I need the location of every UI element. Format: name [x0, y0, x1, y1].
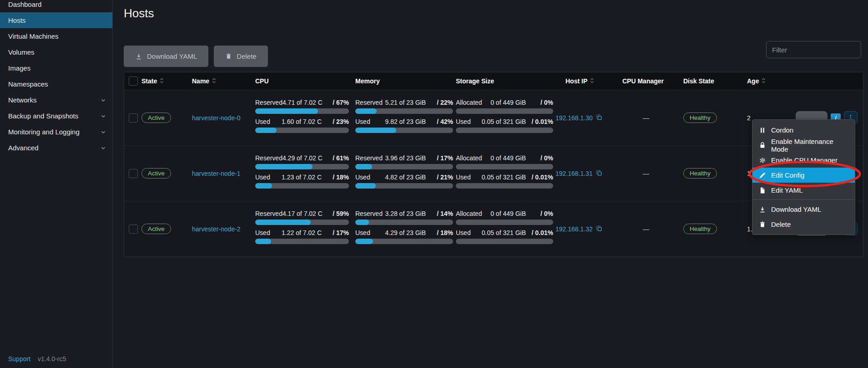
- column-header-cpu: CPU: [255, 77, 355, 85]
- chevron-down-icon: [101, 129, 106, 135]
- trash-icon: [225, 53, 232, 60]
- menu-item-enable-maintenance-mode[interactable]: Enable Maintenance Mode: [752, 138, 855, 153]
- download-yaml-button[interactable]: Download YAML: [124, 46, 208, 67]
- sidebar-item-virtual-machines[interactable]: Virtual Machines: [0, 28, 112, 44]
- menu-item-label: Enable CPU Manager: [771, 156, 838, 164]
- cpu-used-bar: [255, 239, 349, 244]
- menu-separator: [752, 199, 855, 200]
- column-header-memory: Memory: [355, 77, 456, 85]
- cpu-reserved-label: Reserved: [255, 154, 283, 162]
- row-checkbox[interactable]: [129, 169, 138, 178]
- storage-used-label: Used: [456, 229, 471, 236]
- column-header-state[interactable]: State: [141, 77, 192, 85]
- context-menu: Cordon Enable Maintenance Mode Enable CP…: [752, 119, 855, 235]
- memory-used-bar: [355, 183, 453, 189]
- memory-used-value: 9.82 of 23 GiB: [370, 118, 426, 125]
- row-checkbox[interactable]: [129, 225, 138, 234]
- storage-allocated-percent: / 0%: [528, 99, 553, 106]
- menu-item-label: Edit YAML: [771, 186, 802, 194]
- memory-reserved-label: Reserved: [355, 210, 383, 217]
- memory-reserved-value: 3.28 of 23 GiB: [383, 210, 426, 217]
- cpu-reserved-value: 4.29 of 7.02 C: [283, 154, 323, 162]
- select-all-checkbox[interactable]: [129, 77, 138, 86]
- sort-icon: [590, 77, 594, 85]
- memory-used-percent: / 18%: [428, 229, 453, 236]
- sidebar-item-label: Namespaces: [8, 80, 48, 88]
- cpu-reserved-bar: [255, 108, 349, 114]
- storage-used-percent: / 0.01%: [528, 174, 553, 181]
- sidebar-item-hosts[interactable]: Hosts: [0, 12, 112, 28]
- storage-cell: Allocated0 of 449 GiB/ 0% Used0.05 of 32…: [456, 210, 555, 248]
- cpu-used-label: Used: [255, 229, 270, 236]
- storage-allocated-value: 0 of 449 GiB: [482, 210, 526, 217]
- cpu-cell: Reserved4.71 of 7.02 C/ 67% Used1.60 of …: [255, 99, 355, 137]
- menu-item-edit-yaml[interactable]: Edit YAML: [752, 183, 855, 198]
- support-link[interactable]: Support: [8, 355, 30, 363]
- menu-item-label: Edit Config: [771, 171, 804, 179]
- filter-input[interactable]: [766, 41, 861, 58]
- column-header-name[interactable]: Name: [192, 77, 255, 85]
- sidebar-item-monitoring-and-logging[interactable]: Monitoring and Logging: [0, 124, 112, 140]
- menu-item-delete[interactable]: Delete: [752, 217, 855, 232]
- cpu-used-bar: [255, 128, 349, 133]
- disk-state-badge: Healthy: [683, 112, 717, 123]
- sidebar-item-backup-and-snapshots[interactable]: Backup and Snapshots: [0, 108, 112, 124]
- copy-icon[interactable]: [595, 169, 602, 178]
- cpu-cell: Reserved4.17 of 7.02 C/ 59% Used1.22 of …: [255, 210, 355, 248]
- cpu-used-label: Used: [255, 118, 270, 125]
- memory-reserved-value: 5.21 of 23 GiB: [383, 99, 426, 106]
- storage-cell: Allocated0 of 449 GiB/ 0% Used0.05 of 32…: [456, 99, 555, 137]
- cpu-reserved-label: Reserved: [255, 99, 283, 106]
- memory-used-percent: / 21%: [428, 174, 453, 181]
- cpu-reserved-percent: / 67%: [324, 99, 349, 106]
- sort-icon: [212, 77, 216, 85]
- memory-used-bar: [355, 239, 453, 244]
- memory-used-bar: [355, 128, 453, 133]
- host-name-link[interactable]: harvester-node-0: [192, 114, 241, 122]
- column-header-age[interactable]: Age: [747, 77, 774, 85]
- sidebar-item-namespaces[interactable]: Namespaces: [0, 76, 112, 92]
- page-title: Hosts: [124, 6, 154, 20]
- memory-cell: Reserved3.96 of 23 GiB/ 17% Used4.82 of …: [355, 154, 456, 193]
- menu-item-edit-config[interactable]: Edit Config: [752, 168, 855, 183]
- sort-icon: [160, 77, 164, 85]
- copy-icon[interactable]: [595, 225, 602, 233]
- row-checkbox[interactable]: [129, 113, 138, 123]
- cpu-reserved-value: 4.17 of 7.02 C: [283, 210, 323, 217]
- memory-cell: Reserved3.28 of 23 GiB/ 14% Used4.29 of …: [355, 210, 456, 248]
- cpu-manager-value: —: [622, 170, 683, 177]
- sidebar: Dashboard Hosts Virtual Machines Volumes…: [0, 0, 113, 368]
- cpu-used-percent: / 23%: [323, 118, 349, 125]
- menu-item-label: Cordon: [771, 126, 793, 134]
- sidebar-item-volumes[interactable]: Volumes: [0, 44, 112, 60]
- chevron-down-icon: [101, 97, 106, 103]
- cpu-used-value: 1.23 of 7.02 C: [270, 174, 322, 181]
- memory-reserved-bar: [355, 164, 453, 169]
- menu-item-download-yaml[interactable]: Download YAML: [752, 202, 855, 217]
- host-name-link[interactable]: harvester-node-2: [192, 225, 241, 233]
- column-header-label: Disk State: [683, 77, 714, 85]
- column-header-host-ip[interactable]: Host IP: [555, 77, 622, 85]
- table-header: State Name CPU Memory Storage Size Host …: [124, 72, 863, 90]
- column-header-label: Age: [747, 77, 759, 85]
- host-name-link[interactable]: harvester-node-1: [192, 170, 241, 177]
- cpu-manager-value: —: [622, 225, 683, 233]
- sidebar-item-advanced[interactable]: Advanced: [0, 140, 112, 156]
- menu-item-cordon[interactable]: Cordon: [752, 123, 855, 138]
- memory-reserved-percent: / 17%: [428, 154, 453, 162]
- sidebar-item-networks[interactable]: Networks: [0, 92, 112, 108]
- cpu-used-label: Used: [255, 174, 270, 181]
- storage-allocated-value: 0 of 449 GiB: [482, 99, 526, 106]
- host-ip: 192.168.1.32: [555, 225, 593, 233]
- copy-icon[interactable]: [595, 114, 602, 122]
- delete-button[interactable]: Delete: [214, 46, 267, 67]
- column-header-label: Storage Size: [456, 77, 494, 85]
- sidebar-item-dashboard[interactable]: Dashboard: [0, 0, 112, 12]
- sidebar-item-images[interactable]: Images: [0, 60, 112, 76]
- storage-used-value: 0.05 of 321 GiB: [471, 229, 526, 236]
- storage-used-label: Used: [456, 118, 471, 125]
- cpu-reserved-label: Reserved: [255, 210, 283, 217]
- storage-cell: Allocated0 of 449 GiB/ 0% Used0.05 of 32…: [456, 154, 555, 193]
- menu-item-enable-cpu-manager[interactable]: Enable CPU Manager: [752, 153, 855, 168]
- memory-used-percent: / 42%: [428, 118, 453, 125]
